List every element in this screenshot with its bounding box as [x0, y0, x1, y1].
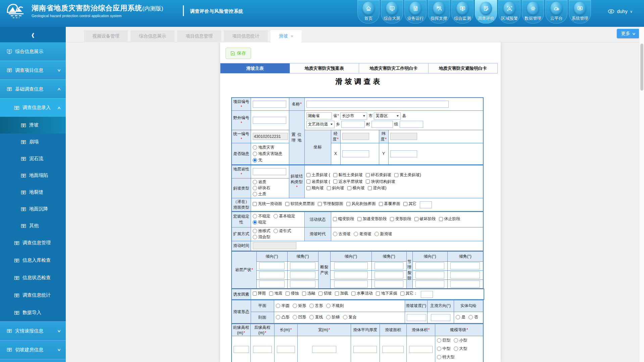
checkbox-icon[interactable] — [390, 217, 394, 221]
radio-option[interactable]: 新滑坡 — [375, 231, 392, 237]
sidebar-item-disaster-condition-info[interactable]: 孕灾条件信息 ∨ — [0, 359, 66, 362]
attitude-input[interactable] — [415, 280, 444, 288]
attitude-input[interactable] — [450, 271, 480, 278]
radio-option[interactable]: 小型 — [454, 337, 467, 344]
radio-checked-icon[interactable] — [253, 158, 257, 162]
unified-no-input[interactable] — [253, 133, 288, 140]
form-tab-prevention-plan[interactable]: 地质灾害防灾预案表 — [290, 63, 359, 73]
scrollbar-thumb[interactable] — [640, 44, 643, 91]
radio-icon[interactable] — [253, 235, 257, 239]
nav-item-survey-evaluation[interactable]: 调查评价 — [475, 0, 497, 23]
checkbox-option[interactable]: 斜向坡 — [327, 185, 344, 191]
avg-thickness-input[interactable] — [353, 346, 377, 353]
nav-item-cloud-platform[interactable]: 云平台 — [545, 0, 567, 23]
attitude-input[interactable] — [375, 280, 403, 288]
checkbox-option[interactable]: 休止阶段 — [439, 215, 460, 223]
tab-project-info-management[interactable]: 项目信息管理 — [177, 30, 221, 42]
radio-option[interactable]: 牵引式 — [274, 228, 291, 234]
nav-item-data-management[interactable]: 数据管理 — [522, 0, 544, 23]
collapse-left-icon[interactable]: ‹ — [32, 30, 35, 39]
checkbox-icon[interactable] — [285, 202, 289, 206]
checkbox-option[interactable]: 碎石类斜坡 — [366, 172, 391, 178]
radio-option[interactable]: 地质灾害隐患 — [253, 151, 287, 157]
radio-option[interactable]: 凸形 — [276, 314, 290, 320]
checkbox-icon[interactable] — [439, 217, 443, 221]
sidebar-item-info-status-check[interactable]: 信息状态检查 — [0, 269, 66, 287]
strata-input[interactable] — [253, 168, 286, 175]
attitude-input[interactable] — [450, 280, 480, 288]
radio-icon[interactable] — [375, 232, 379, 236]
radio-icon[interactable] — [253, 214, 257, 218]
radio-icon[interactable] — [253, 186, 257, 190]
checkbox-icon[interactable] — [306, 173, 310, 177]
radio-option[interactable]: 大型 — [454, 345, 467, 353]
nav-item-comprehensive-monitoring[interactable]: 综合监测 — [451, 0, 474, 23]
checkbox-option[interactable]: 横向坡 — [347, 185, 365, 191]
checkbox-icon[interactable] — [253, 202, 257, 206]
name-input[interactable] — [306, 101, 449, 108]
radio-option[interactable]: 古滑坡 — [333, 231, 351, 237]
nav-item-home[interactable]: 首页 — [357, 0, 380, 23]
attitude-input[interactable] — [415, 262, 444, 269]
radio-icon[interactable] — [253, 152, 257, 156]
checkbox-option[interactable]: 近水平层状坡 — [333, 179, 363, 185]
checkbox-icon[interactable] — [366, 173, 370, 177]
attitude-input[interactable] — [375, 271, 403, 278]
radio-icon[interactable] — [253, 180, 257, 184]
radio-option[interactable]: 不稳定 — [253, 213, 270, 219]
radio-option[interactable]: 中型 — [437, 345, 451, 353]
checkbox-option[interactable]: 侵蚀 — [286, 291, 299, 296]
radio-icon[interactable] — [253, 192, 257, 196]
checkbox-option[interactable]: 黄土类斜坡) — [394, 172, 421, 178]
radio-option[interactable]: 岩质 — [253, 179, 266, 185]
attitude-input[interactable] — [290, 271, 315, 278]
radio-option[interactable]: 无 — [253, 157, 287, 163]
radio-option[interactable]: 阶梯 — [326, 314, 340, 320]
radio-icon[interactable] — [309, 315, 314, 319]
radio-icon[interactable] — [309, 304, 314, 308]
attitude-input[interactable] — [259, 280, 285, 288]
tab-landslide[interactable]: 滑坡 × — [270, 30, 302, 42]
checkbox-icon[interactable] — [379, 202, 383, 206]
radio-icon[interactable] — [253, 229, 257, 233]
form-tab-avoidance-card[interactable]: 地质灾害防灾避险明白卡 — [429, 63, 498, 73]
attitude-input[interactable] — [334, 271, 368, 278]
checkbox-option[interactable]: 地震 — [269, 291, 283, 296]
checkbox-icon[interactable] — [335, 292, 339, 296]
sidebar-item-data-import[interactable]: 数据导入 — [0, 304, 66, 321]
sidebar-item-land-settlement[interactable]: 地面沉降 — [0, 201, 66, 217]
checkbox-option[interactable]: 破坏阶段 — [414, 215, 436, 223]
checkbox-option[interactable]: 其它 — [403, 201, 417, 207]
checkbox-icon[interactable] — [357, 217, 361, 221]
radio-option[interactable]: 基本稳定 — [274, 213, 295, 219]
checkbox-option[interactable]: 降雨 — [253, 291, 266, 296]
tab-close-icon[interactable]: × — [291, 34, 293, 39]
sidebar-item-slope-cut-housing-info[interactable]: 切坡建房信息 ∨ — [0, 340, 66, 359]
radio-icon[interactable] — [333, 232, 337, 236]
nav-item-business-operation[interactable]: 业务运行 — [404, 0, 427, 23]
checkbox-icon[interactable] — [414, 217, 418, 221]
radio-option[interactable]: 否 — [468, 314, 478, 320]
radio-icon[interactable] — [456, 315, 460, 319]
checkbox-icon[interactable] — [302, 292, 306, 296]
radio-option[interactable]: 直线 — [309, 314, 323, 320]
radio-option[interactable]: 稳定 — [253, 219, 266, 225]
radio-icon[interactable] — [276, 315, 280, 319]
checkbox-option[interactable]: 加载 — [335, 291, 348, 296]
radio-option[interactable]: 舌形 — [309, 303, 323, 309]
checkbox-icon[interactable] — [376, 292, 380, 296]
checkbox-icon[interactable] — [351, 292, 355, 296]
radio-option[interactable]: 半圆 — [276, 303, 290, 309]
county-select[interactable]: 芙蓉区▼ — [374, 112, 401, 120]
attitude-input[interactable] — [334, 262, 368, 269]
sidebar-item-landslide[interactable]: 滑坡 — [0, 117, 66, 134]
checkbox-icon[interactable] — [333, 179, 337, 184]
street-select[interactable]: 文艺路街道▼ — [306, 121, 335, 128]
checkbox-option[interactable]: 加速变形阶段 — [357, 215, 387, 223]
project-no-input[interactable] — [253, 101, 286, 108]
checkbox-option[interactable]: 其它： — [400, 291, 418, 296]
front-elev-input[interactable] — [234, 346, 249, 353]
radio-option[interactable]: 地质灾害 — [253, 145, 287, 150]
form-tab-landslide-main[interactable]: 滑坡主表 — [220, 63, 290, 73]
nav-item-command-support[interactable]: 指挥支撑 — [428, 0, 450, 23]
